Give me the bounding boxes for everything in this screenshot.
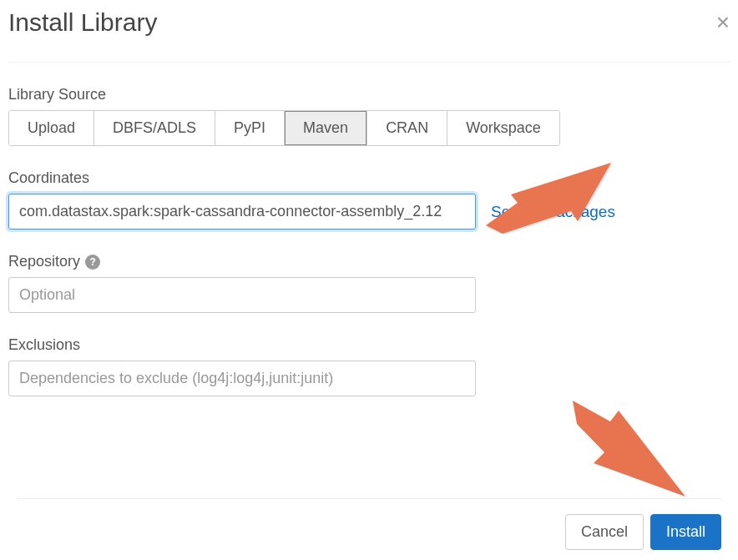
install-button[interactable]: Install <box>650 514 721 550</box>
tab-dbfs-adls[interactable]: DBFS/ADLS <box>94 111 215 145</box>
search-packages-link[interactable]: Search Packages <box>491 203 615 221</box>
tab-workspace[interactable]: Workspace <box>447 111 559 145</box>
repository-label: Repository ? <box>8 253 730 270</box>
svg-marker-1 <box>573 401 685 497</box>
tab-cran[interactable]: CRAN <box>367 111 447 145</box>
cancel-button[interactable]: Cancel <box>565 514 644 550</box>
exclusions-label: Exclusions <box>8 336 730 354</box>
help-icon[interactable]: ? <box>85 255 100 270</box>
library-source-section: Library Source Upload DBFS/ADLS PyPI Mav… <box>8 63 730 146</box>
coordinates-section: Coordinates Search Packages <box>8 146 730 230</box>
tab-upload[interactable]: Upload <box>9 111 94 145</box>
modal-header: Install Library × <box>8 8 730 63</box>
repository-label-text: Repository <box>8 253 80 270</box>
tab-maven[interactable]: Maven <box>285 111 367 145</box>
coordinates-input[interactable] <box>8 194 476 230</box>
modal-footer: Cancel Install <box>17 498 721 550</box>
repository-section: Repository ? <box>8 230 730 313</box>
library-source-label: Library Source <box>8 86 730 103</box>
annotation-arrow-icon <box>573 401 690 501</box>
exclusions-section: Exclusions <box>8 313 730 396</box>
tab-pypi[interactable]: PyPI <box>215 111 285 145</box>
source-tabs: Upload DBFS/ADLS PyPI Maven CRAN Workspa… <box>8 110 560 146</box>
repository-input[interactable] <box>8 277 476 313</box>
exclusions-input[interactable] <box>8 361 476 396</box>
page-title: Install Library <box>8 8 157 37</box>
coordinates-label: Coordinates <box>8 169 730 187</box>
close-icon[interactable]: × <box>716 11 730 34</box>
